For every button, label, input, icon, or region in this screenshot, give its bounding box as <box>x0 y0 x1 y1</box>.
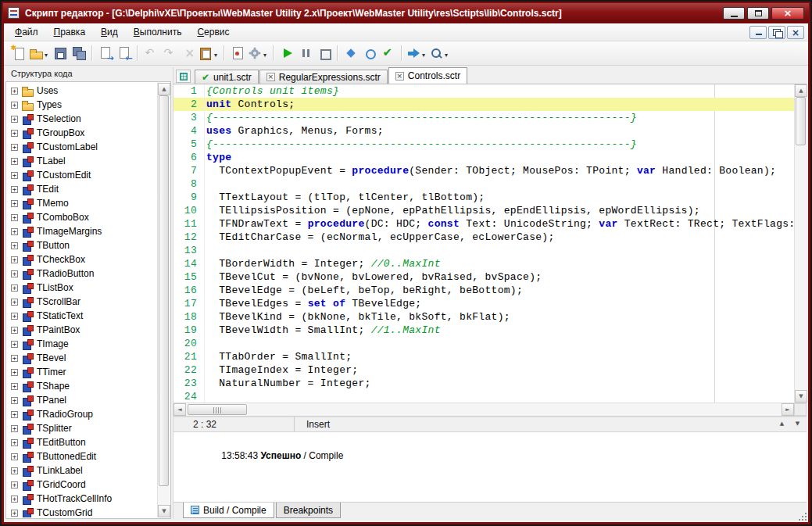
tree-item[interactable]: TEditButton <box>7 435 157 449</box>
tree-item[interactable]: THotTrackCellInfo <box>7 492 157 506</box>
tree-scrollbar[interactable] <box>157 83 170 517</box>
code-line[interactable]: 12 TEditCharCase = (ecNormal, ecUpperCas… <box>173 231 794 244</box>
code-line[interactable]: 13 <box>173 244 794 257</box>
bottom-tab-breakpoints[interactable]: Breakpoints <box>276 503 341 518</box>
code-line[interactable]: 3{--------------------------------------… <box>173 111 794 124</box>
code-line[interactable]: 19 TBevelWidth = SmallInt; //1..MaxInt <box>173 324 794 337</box>
code-line[interactable]: 14 TBorderWidth = Integer; //0..MaxInt <box>173 257 794 270</box>
compile-button[interactable] <box>406 44 427 63</box>
expand-plus-icon[interactable] <box>11 453 18 460</box>
expand-plus-icon[interactable] <box>11 130 18 137</box>
close-tab-icon[interactable] <box>395 72 404 81</box>
run-button[interactable] <box>277 44 295 63</box>
expand-plus-icon[interactable] <box>11 510 18 517</box>
expand-plus-icon[interactable] <box>11 425 18 432</box>
expand-plus-icon[interactable] <box>11 355 18 362</box>
save-button[interactable] <box>51 44 69 63</box>
expand-plus-icon[interactable] <box>11 481 18 488</box>
editor-hscrollbar[interactable] <box>173 403 807 416</box>
tree-item[interactable]: TPanel <box>7 393 157 407</box>
scroll-up-button[interactable] <box>158 83 170 95</box>
code-line[interactable]: 16 TBevelEdge = (beLeft, beTop, beRight,… <box>173 284 794 297</box>
menu-item[interactable]: Выполнить <box>126 24 190 40</box>
code-line[interactable]: 23 NaturalNumber = Integer; <box>173 377 794 390</box>
title-bar[interactable]: Скрипт редактор - [G:\Delphi\vXE\Проекты… <box>3 3 809 23</box>
expand-plus-icon[interactable] <box>11 341 18 348</box>
tree-item[interactable]: TComboBox <box>7 210 157 224</box>
tree-item[interactable]: TGroupBox <box>7 126 157 140</box>
code-editor[interactable]: 1{Controls unit items}2unit Controls;3{-… <box>173 84 794 403</box>
expand-plus-icon[interactable] <box>11 200 18 207</box>
expand-plus-icon[interactable] <box>11 158 18 165</box>
tree-item[interactable]: TGridCoord <box>7 478 157 492</box>
scroll-left-button[interactable] <box>173 403 186 416</box>
mdi-minimize-button[interactable] <box>749 26 767 39</box>
expand-plus-icon[interactable] <box>11 369 18 376</box>
close-tab-icon[interactable] <box>266 73 275 81</box>
stop-button[interactable] <box>315 44 333 63</box>
tree-item[interactable]: Uses <box>7 84 157 98</box>
code-line[interactable]: 21 TTabOrder = SmallInt; <box>173 350 794 363</box>
export-script-button[interactable] <box>96 44 114 63</box>
code-line[interactable]: 9 TTextLayout = (tlTop, tlCenter, tlBott… <box>173 191 794 204</box>
dropdown-arrow-icon[interactable] <box>43 46 49 60</box>
dropdown-arrow-icon[interactable] <box>213 46 219 60</box>
tool-button-1[interactable] <box>342 44 359 63</box>
code-line[interactable]: 22 TImageIndex = Integer; <box>173 363 794 377</box>
code-line[interactable]: 24 <box>173 390 794 403</box>
code-line[interactable]: 11 TFNDrawText = procedure(DC: HDC; cons… <box>173 217 794 231</box>
bottom-tab-build-compile[interactable]: Build / Compile <box>183 503 274 518</box>
open-button[interactable] <box>28 44 50 63</box>
tree-item[interactable]: TCustomEdit <box>7 168 157 182</box>
tree-item[interactable]: TLinkLabel <box>7 463 157 478</box>
expand-plus-icon[interactable] <box>11 256 18 263</box>
code-line[interactable]: 1{Controls unit items} <box>173 84 794 98</box>
scroll-thumb[interactable] <box>188 404 247 415</box>
scroll-down-button[interactable] <box>795 390 807 403</box>
tree-item[interactable]: TRadioButton <box>7 267 157 281</box>
editor-vscrollbar[interactable] <box>794 84 807 403</box>
tree-item[interactable]: TPaintBox <box>7 323 157 337</box>
scroll-thumb[interactable] <box>159 95 169 486</box>
expand-plus-icon[interactable] <box>11 102 18 109</box>
tree-item[interactable]: TCustomLabel <box>7 140 157 154</box>
expand-plus-icon[interactable] <box>11 327 18 334</box>
code-line[interactable]: 2unit Controls; <box>173 98 794 111</box>
tree-item[interactable]: TScrollBar <box>7 295 157 309</box>
expand-plus-icon[interactable] <box>11 116 18 123</box>
tree-item[interactable]: TSelection <box>7 112 157 126</box>
code-line[interactable]: 7 TContextPopupEvent = procedure(Sender:… <box>173 164 794 177</box>
tab-unit1-sctr[interactable]: unit1.sctr <box>195 70 259 84</box>
code-line[interactable]: 17 TBevelEdges = set of TBevelEdge; <box>173 297 794 310</box>
tab-list-button[interactable] <box>176 70 191 83</box>
mdi-close-button[interactable] <box>787 26 804 39</box>
tree-item[interactable]: TStaticText <box>7 309 157 323</box>
dropdown-arrow-icon[interactable] <box>443 46 449 60</box>
tree-item[interactable]: TBevel <box>7 351 157 365</box>
expand-plus-icon[interactable] <box>11 439 18 446</box>
menu-item[interactable]: Сервис <box>189 24 237 40</box>
tool-button-2[interactable] <box>360 44 378 63</box>
expand-plus-icon[interactable] <box>11 186 18 193</box>
delete-button[interactable] <box>179 44 197 63</box>
redo-button[interactable] <box>160 44 178 63</box>
expand-plus-icon[interactable] <box>11 214 18 221</box>
expand-plus-icon[interactable] <box>11 299 18 306</box>
close-button[interactable] <box>771 7 804 20</box>
tab-regularexpressions-sctr[interactable]: RegularExpressions.sctr <box>259 70 388 84</box>
tree-item[interactable]: TImage <box>7 337 157 351</box>
code-line[interactable]: 6type <box>173 151 794 164</box>
expand-plus-icon[interactable] <box>11 313 18 320</box>
tree-item[interactable]: TImageMargins <box>7 224 157 238</box>
code-line[interactable]: 4uses Graphics, Menus, Forms; <box>173 124 794 138</box>
code-line[interactable]: 20 <box>173 337 794 350</box>
tree-item[interactable]: TButton <box>7 238 157 252</box>
expand-plus-icon[interactable] <box>11 496 18 503</box>
tree-item[interactable]: TTimer <box>7 365 157 379</box>
tree-item[interactable]: TEdit <box>7 182 157 196</box>
expand-plus-icon[interactable] <box>11 88 18 95</box>
dropdown-arrow-icon[interactable] <box>262 46 268 60</box>
paste-button[interactable] <box>198 44 220 63</box>
expand-plus-icon[interactable] <box>11 397 18 404</box>
tree-item[interactable]: TShape <box>7 379 157 393</box>
